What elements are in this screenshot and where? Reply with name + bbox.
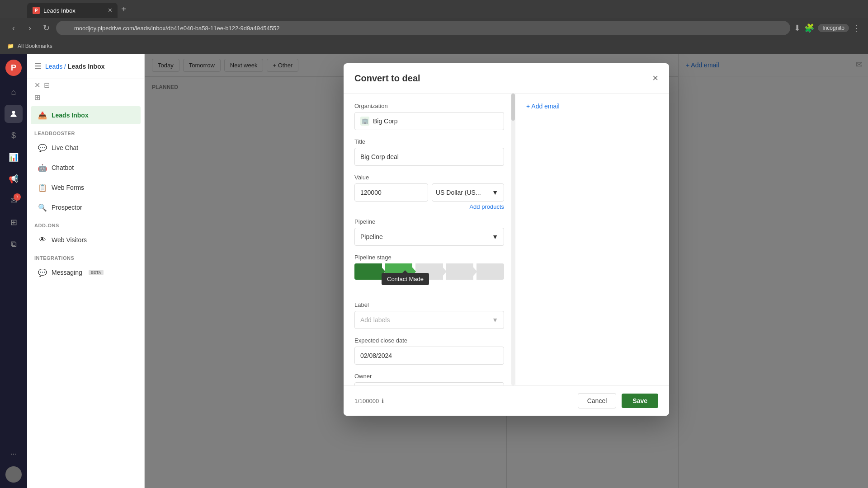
browser-tabs: P Leads Inbox × + xyxy=(0,0,868,18)
value-group: Value 120000 US Dollar (US... ▼ Ad xyxy=(354,174,504,210)
expected-close-group: Expected close date 02/08/2024 xyxy=(354,337,504,365)
browser-actions: ⬇ 🧩 Incognito ⋮ xyxy=(794,23,861,33)
value-label: Value xyxy=(354,174,504,181)
address-bar[interactable] xyxy=(56,21,790,35)
counter-info-icon[interactable]: ℹ xyxy=(382,398,384,404)
pipeline-select[interactable]: Pipeline ▼ xyxy=(354,228,504,246)
nav-section-leadbooster: LEADBOOSTER xyxy=(27,125,144,138)
active-tab[interactable]: P Leads Inbox × xyxy=(27,3,118,18)
new-tab-button[interactable]: + xyxy=(121,4,127,14)
breadcrumb-separator: / xyxy=(64,63,68,70)
modal-right-panel: + Add email xyxy=(515,94,669,385)
organization-group: Organization 🏢 Big Corp xyxy=(354,103,504,130)
counter-value: 1/100000 xyxy=(354,398,379,404)
nav-section-integrations: INTEGRATIONS xyxy=(27,250,144,263)
title-group: Title Big Corp deal xyxy=(354,138,504,166)
stage-5[interactable] xyxy=(476,263,504,280)
currency-chevron-icon: ▼ xyxy=(492,189,498,196)
sidebar-icon-megaphone[interactable]: 📢 xyxy=(5,170,23,188)
nav-label-messaging: Messaging xyxy=(52,269,82,276)
stage-4[interactable] xyxy=(446,263,474,280)
modal-title: Convert to deal xyxy=(354,73,420,84)
prospector-icon: 🔍 xyxy=(38,203,47,212)
tab-close-button[interactable]: × xyxy=(108,6,112,14)
pipeline-stage-label: Pipeline stage xyxy=(354,254,504,261)
label-group: Label Add labels ▼ xyxy=(354,301,504,329)
sidebar-icon-chart[interactable]: 📊 xyxy=(5,148,23,166)
pipeline-label: Pipeline xyxy=(354,218,504,225)
bookmarks-label: All Bookmarks xyxy=(18,43,52,49)
menu-dots-icon[interactable]: ⋮ xyxy=(853,23,861,33)
app-logo: P xyxy=(5,60,22,76)
convert-to-deal-modal: Convert to deal × Organization 🏢 Big Cor… xyxy=(344,63,669,416)
nav-item-live-chat[interactable]: 💬 Live Chat xyxy=(31,139,141,157)
nav-label-live-chat: Live Chat xyxy=(52,144,78,151)
hamburger-icon[interactable]: ☰ xyxy=(34,61,42,71)
svg-point-0 xyxy=(12,111,15,114)
modal-add-email-link[interactable]: + Add email xyxy=(526,103,658,110)
message-icon: 💬 xyxy=(38,268,47,277)
organization-input[interactable]: 🏢 Big Corp xyxy=(354,112,504,130)
close-panel-icon[interactable]: ✕ xyxy=(34,81,40,89)
tab-title: Leads Inbox xyxy=(43,7,75,14)
sidebar-icon-layers[interactable]: ⧉ xyxy=(5,235,23,253)
expected-close-input[interactable]: 02/08/2024 xyxy=(354,347,504,365)
label-label: Label xyxy=(354,301,504,308)
modal-close-button[interactable]: × xyxy=(652,72,658,84)
browser-nav: ‹ › ↻ ⬇ 🧩 Incognito ⋮ xyxy=(0,18,868,38)
nav-item-web-visitors[interactable]: 👁 Web Visitors xyxy=(31,231,141,249)
expand-icon[interactable]: ⊞ xyxy=(34,93,40,102)
nav-panel: ☰ Leads / Leads Inbox ✕ ⊟ ⊞ 📥 Leads Inbo… xyxy=(27,54,145,488)
label-select[interactable]: Add labels ▼ xyxy=(354,311,504,329)
filter-icon[interactable]: ⊟ xyxy=(44,81,50,89)
currency-select[interactable]: US Dollar (US... ▼ xyxy=(432,183,504,202)
sidebar-icon-leads[interactable] xyxy=(5,105,23,123)
title-input[interactable]: Big Corp deal xyxy=(354,148,504,166)
sidebar-icon-dots[interactable]: ··· xyxy=(5,445,23,463)
save-button[interactable]: Save xyxy=(622,394,658,408)
sidebar-icon-dollar[interactable]: $ xyxy=(5,127,23,145)
nav-label-chatbot: Chatbot xyxy=(52,164,74,171)
modal-body: Organization 🏢 Big Corp Title Big Corp d… xyxy=(344,94,669,385)
modal-form: Organization 🏢 Big Corp Title Big Corp d… xyxy=(344,94,515,385)
sidebar-icon-mail[interactable]: ✉ 7 xyxy=(5,192,23,210)
bookmarks-bar: 📁 All Bookmarks xyxy=(0,38,868,54)
counter-display: 1/100000 ℹ xyxy=(354,398,384,404)
main-content: Today Tomorrow Next week + Other PLANNED… xyxy=(145,54,868,488)
pipeline-chevron-icon: ▼ xyxy=(492,233,498,240)
value-amount-display: 120000 xyxy=(360,189,382,196)
nav-label-prospector: Prospector xyxy=(52,204,82,211)
sidebar-icon-home[interactable]: ⌂ xyxy=(5,83,23,101)
nav-item-web-forms[interactable]: 📋 Web Forms xyxy=(31,178,141,197)
org-icon: 🏢 xyxy=(360,117,369,126)
nav-label-leads-inbox: Leads Inbox xyxy=(52,112,89,119)
breadcrumb: Leads / Leads Inbox xyxy=(45,63,105,70)
nav-item-prospector[interactable]: 🔍 Prospector xyxy=(31,198,141,216)
cancel-button[interactable]: Cancel xyxy=(578,393,617,408)
value-amount-input[interactable]: 120000 xyxy=(354,183,428,202)
beta-badge: BETA xyxy=(89,270,104,275)
modal-footer: 1/100000 ℹ Cancel Save xyxy=(344,385,669,416)
owner-select[interactable]: Sarah Tyler (You) ▼ xyxy=(354,382,504,385)
nav-item-chatbot[interactable]: 🤖 Chatbot xyxy=(31,159,141,177)
add-products-link[interactable]: Add products xyxy=(354,203,504,210)
back-button[interactable]: ‹ xyxy=(7,22,20,34)
title-value: Big Corp deal xyxy=(360,153,399,160)
form-icon: 📋 xyxy=(38,183,47,192)
nav-item-leads-inbox[interactable]: 📥 Leads Inbox xyxy=(31,106,141,124)
expected-close-label: Expected close date xyxy=(354,337,504,344)
modal-overlay: Convert to deal × Organization 🏢 Big Cor… xyxy=(145,54,868,488)
nav-item-messaging[interactable]: 💬 Messaging BETA xyxy=(31,263,141,282)
stage-1[interactable] xyxy=(354,263,382,280)
reload-button[interactable]: ↻ xyxy=(40,22,52,34)
visitor-icon: 👁 xyxy=(38,235,47,244)
nav-header: ☰ Leads / Leads Inbox xyxy=(27,54,144,79)
user-avatar[interactable] xyxy=(5,466,22,483)
nav-label-web-forms: Web Forms xyxy=(52,184,84,191)
sidebar-icon-grid[interactable]: ⊞ xyxy=(5,213,23,231)
forward-button[interactable]: › xyxy=(24,22,36,34)
pipeline-stage-bar[interactable] xyxy=(354,263,504,280)
breadcrumb-parent: Leads xyxy=(45,63,62,70)
download-icon: ⬇ xyxy=(794,23,801,33)
title-label: Title xyxy=(354,138,504,145)
